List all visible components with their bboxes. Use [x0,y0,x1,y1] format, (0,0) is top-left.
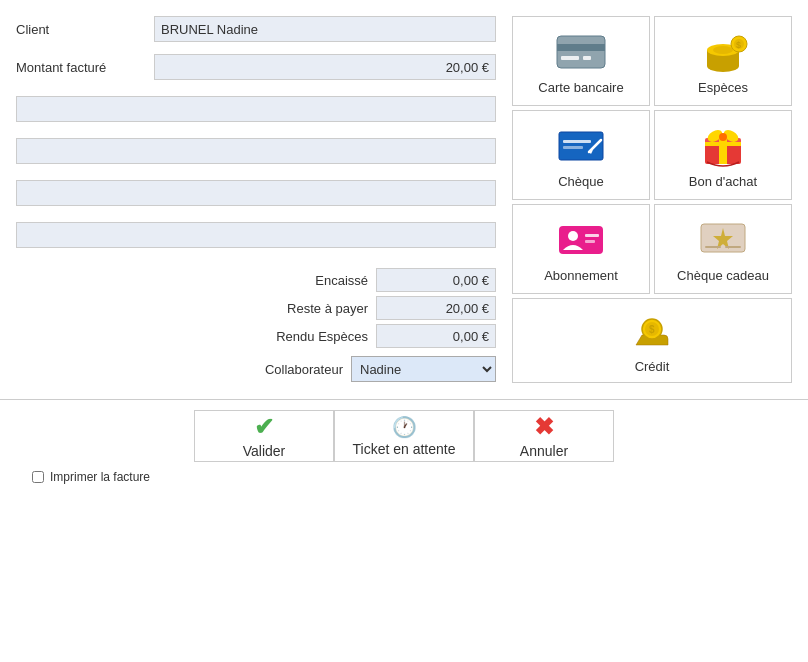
svg-rect-26 [585,240,595,243]
ticket-label: Ticket en attente [353,441,456,457]
collaborateur-label: Collaborateur [223,362,343,377]
especes-icon: $ [697,30,749,74]
montant-input[interactable] [154,54,496,80]
montant-row: Montant facturé [16,54,496,80]
abonnement-icon [555,218,607,262]
svg-point-22 [719,133,727,141]
cheque-cadeau-button[interactable]: Chèque cadeau [654,204,792,294]
cheque-button[interactable]: Chèque [512,110,650,200]
annuler-button[interactable]: ✖ Annuler [474,410,614,462]
client-row: Client [16,16,496,42]
abonnement-button[interactable]: Abonnement [512,204,650,294]
svg-point-24 [568,231,578,241]
client-input[interactable] [154,16,496,42]
empty-row-3 [16,180,496,206]
cheque-cadeau-icon [697,218,749,262]
action-buttons: ✔ Valider 🕐 Ticket en attente ✖ Annuler [194,410,614,462]
especes-button[interactable]: $ Espèces [654,16,792,106]
credit-label: Crédit [635,359,670,374]
svg-point-7 [713,46,733,54]
svg-rect-12 [563,140,591,143]
print-label: Imprimer la facture [50,470,150,484]
credit-button[interactable]: $ Crédit [512,298,792,383]
svg-rect-29 [705,246,721,248]
rendu-especes-input[interactable] [376,324,496,348]
svg-rect-19 [705,142,741,146]
ticket-attente-button[interactable]: 🕐 Ticket en attente [334,410,474,462]
svg-rect-13 [563,146,583,149]
rendu-especes-row: Rendu Espèces [248,324,496,348]
credit-icon: $ [626,309,678,353]
cheque-icon [555,124,607,168]
svg-rect-0 [557,36,605,68]
empty-row-4 [16,222,496,248]
clock-icon: 🕐 [392,415,417,439]
montant-label: Montant facturé [16,60,146,75]
bon-achat-label: Bon d'achat [689,174,757,189]
payment-panel: Carte bancaire $ Espèces [512,16,792,383]
x-icon: ✖ [534,413,554,441]
collaborateur-row: Collaborateur Nadine [223,356,496,382]
summary-section: Encaissé Reste à payer Rendu Espèces Col… [16,268,496,382]
svg-text:$: $ [649,324,655,335]
bottom-bar: ✔ Valider 🕐 Ticket en attente ✖ Annuler … [0,399,808,494]
print-row: Imprimer la facture [32,470,150,484]
cheque-label: Chèque [558,174,604,189]
svg-rect-30 [725,246,741,248]
reste-payer-input[interactable] [376,296,496,320]
carte-bancaire-label: Carte bancaire [538,80,623,95]
bon-achat-button[interactable]: Bon d'achat [654,110,792,200]
print-checkbox[interactable] [32,471,44,483]
svg-rect-25 [585,234,599,237]
encaisse-row: Encaissé [248,268,496,292]
especes-label: Espèces [698,80,748,95]
svg-rect-1 [557,44,605,51]
collaborateur-select[interactable]: Nadine [351,356,496,382]
svg-rect-18 [719,138,727,164]
svg-rect-3 [583,56,591,60]
cheque-cadeau-label: Chèque cadeau [677,268,769,283]
empty-row-2 [16,138,496,164]
empty-row-1 [16,96,496,122]
reste-payer-row: Reste à payer [248,296,496,320]
abonnement-label: Abonnement [544,268,618,283]
client-label: Client [16,22,146,37]
carte-bancaire-icon [555,30,607,74]
encaisse-input[interactable] [376,268,496,292]
encaisse-label: Encaissé [248,273,368,288]
annuler-label: Annuler [520,443,568,459]
check-icon: ✔ [254,413,274,441]
left-panel: Client Montant facturé Encaissé Reste à … [16,16,496,383]
rendu-especes-label: Rendu Espèces [248,329,368,344]
main-container: Client Montant facturé Encaissé Reste à … [0,0,808,399]
svg-rect-2 [561,56,579,60]
svg-text:$: $ [736,40,741,50]
carte-bancaire-button[interactable]: Carte bancaire [512,16,650,106]
reste-payer-label: Reste à payer [248,301,368,316]
bon-achat-icon [697,124,749,168]
valider-button[interactable]: ✔ Valider [194,410,334,462]
valider-label: Valider [243,443,286,459]
